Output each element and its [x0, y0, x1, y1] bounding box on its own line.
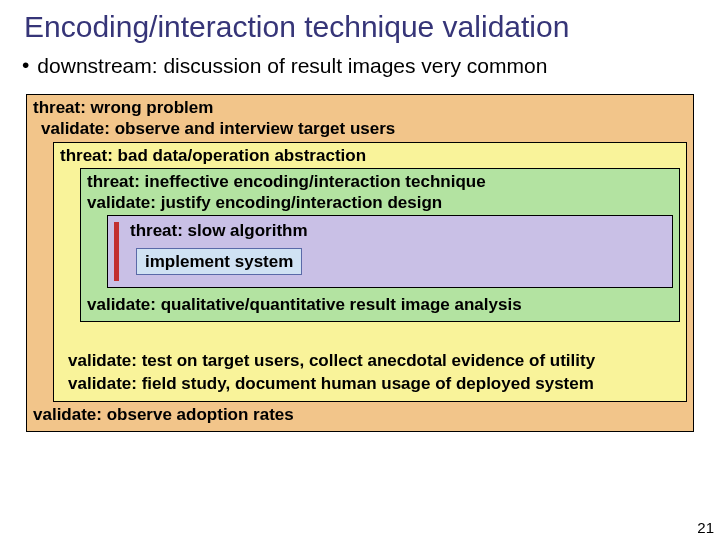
yellow-validate-2: validate: field study, document human us… — [60, 373, 680, 394]
green-validate: validate: justify encoding/interaction d… — [87, 192, 673, 213]
green-box: threat: ineffective encoding/interaction… — [80, 168, 680, 322]
yellow-validate-1: validate: test on target users, collect … — [60, 350, 680, 371]
green-validate-2: validate: qualitative/quantitative resul… — [87, 294, 673, 315]
outer-box: threat: wrong problem validate: observe … — [26, 94, 694, 432]
yellow-box: threat: bad data/operation abstraction t… — [53, 142, 687, 402]
bullet-line: • downstream: discussion of result image… — [20, 54, 702, 78]
bullet-text: downstream: discussion of result images … — [37, 54, 547, 78]
highlight-bar — [114, 222, 119, 281]
nested-diagram: threat: wrong problem validate: observe … — [26, 94, 694, 432]
purple-threat: threat: slow algorithm — [130, 220, 664, 241]
purple-box: threat: slow algorithm implement system — [107, 215, 673, 288]
slide-title: Encoding/interaction technique validatio… — [24, 10, 702, 44]
green-threat: threat: ineffective encoding/interaction… — [87, 171, 673, 192]
implement-label: implement system — [145, 252, 293, 271]
bullet-dot: • — [22, 54, 29, 75]
slide-number: 21 — [697, 519, 714, 536]
outer-validate: validate: observe and interview target u… — [33, 118, 687, 139]
outer-validate-2: validate: observe adoption rates — [33, 404, 687, 425]
implement-box: implement system — [136, 248, 302, 275]
outer-threat: threat: wrong problem — [33, 97, 687, 118]
yellow-threat: threat: bad data/operation abstraction — [60, 145, 680, 166]
